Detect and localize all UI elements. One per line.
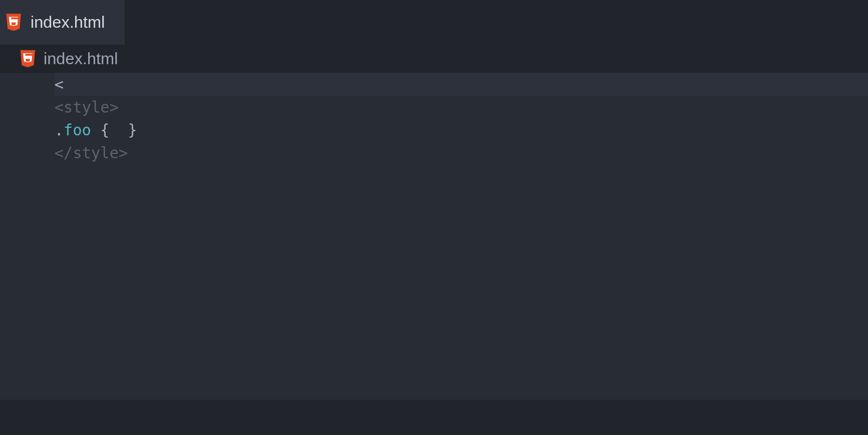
token: style [73, 144, 119, 162]
code-content: < <style> .foo { } </style> [0, 73, 868, 164]
token: style [64, 98, 109, 116]
token: > [109, 98, 119, 116]
token: </ [54, 144, 73, 162]
token: foo [64, 121, 91, 139]
tab-bar: index.html [0, 0, 868, 45]
token: < [54, 98, 64, 116]
token [91, 121, 100, 139]
breadcrumb-label[interactable]: index.html [44, 49, 118, 68]
tab-index-html[interactable]: index.html [0, 0, 125, 45]
code-line-2[interactable]: <style> [54, 96, 868, 119]
html5-icon [5, 13, 22, 32]
gutter [0, 73, 54, 400]
token [109, 121, 128, 139]
editor-area[interactable]: < <style> .foo { } </style> [0, 73, 868, 400]
breadcrumb-bar: index.html [0, 45, 868, 73]
html5-icon [20, 49, 36, 69]
tab-label: index.html [30, 13, 105, 32]
token: > [119, 144, 128, 162]
token: { [100, 121, 109, 139]
code-line-1[interactable]: < [54, 73, 868, 96]
code-line-3[interactable]: .foo { } [54, 119, 868, 141]
token: < [54, 76, 64, 94]
code-line-4[interactable]: </style> [54, 141, 868, 164]
status-bar [0, 400, 868, 435]
token: . [54, 121, 64, 139]
token: } [128, 121, 137, 139]
